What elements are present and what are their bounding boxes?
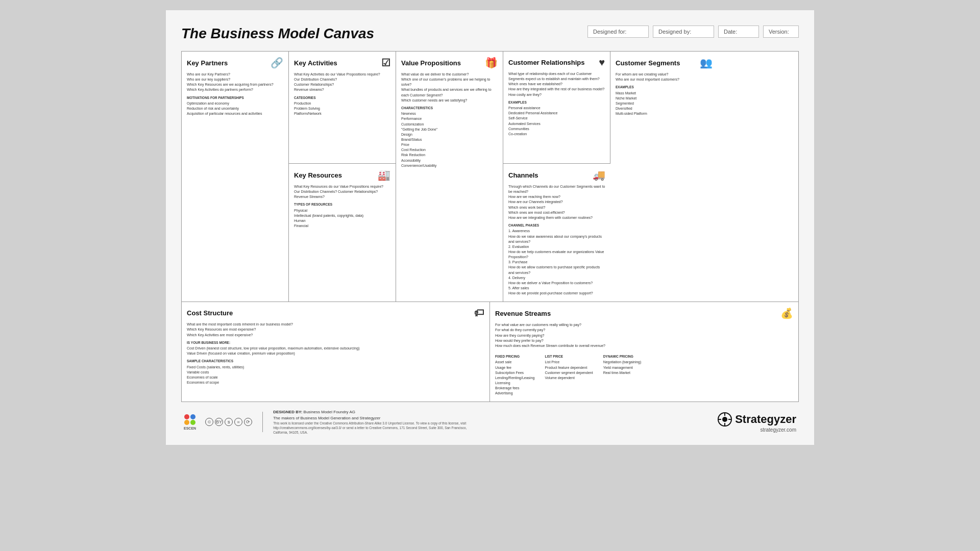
revenue-streams-icon: 💰 [780, 307, 793, 319]
value-propositions-content: What value do we deliver to the customer… [401, 72, 498, 168]
cost-structure-title: Cost Structure 🏷 [187, 307, 484, 319]
customer-relationships-title: Customer Relationships ♥ [508, 57, 605, 68]
page-wrapper: The Business Model Canvas Designed for: … [166, 10, 814, 445]
key-resources-cell: Key Resources 🏭 What Key Resources do ou… [289, 164, 396, 302]
designed-for-field[interactable]: Designed for: [587, 26, 649, 38]
footer-credit: DESIGNED BY: Business Model Foundry AG T… [273, 409, 477, 435]
cc-nd-icon: = [234, 418, 242, 426]
top-fields: Designed for: Designed by: Date: Version… [587, 26, 799, 38]
key-partners-cell: Key Partners 🔗 Who are our Key Partners?… [182, 52, 289, 302]
channels-title: Channels 🚚 [508, 169, 605, 181]
key-partners-icon: 🔗 [271, 57, 283, 69]
cc-by-icon: BY [215, 418, 223, 426]
revenue-streams-content: For what value are our customers really … [495, 322, 793, 397]
customer-relationships-content: What type of relationship does each of o… [508, 71, 605, 137]
customer-segments-icon: 👥 [700, 57, 713, 69]
value-propositions-title: Value Propositions 🎁 [401, 57, 498, 69]
footer: ESCEN © BY $ = ⟳ DESIGNED BY: Business M… [181, 409, 799, 435]
footer-left: ESCEN © BY $ = ⟳ DESIGNED BY: Business M… [184, 409, 477, 435]
top-bar: The Business Model Canvas Designed for: … [181, 26, 799, 42]
value-propositions-icon: 🎁 [485, 57, 498, 69]
key-activities-title: Key Activities ☑ [294, 57, 390, 69]
key-resources-title: Key Resources 🏭 [294, 169, 390, 181]
cc-nc-icon: $ [225, 418, 233, 426]
value-propositions-cell: Value Propositions 🎁 What value do we de… [396, 52, 503, 302]
key-resources-content: What Key Resources do our Value Proposit… [294, 184, 390, 229]
cc-icon: © [205, 418, 213, 426]
key-activities-icon: ☑ [381, 57, 390, 69]
key-activities-content: What Key Activities do our Value Proposi… [294, 72, 390, 116]
cc-sa-icon: ⟳ [244, 418, 252, 426]
page-title: The Business Model Canvas [181, 26, 587, 42]
channels-cell: Channels 🚚 Through which Channels do our… [503, 164, 610, 302]
version-field[interactable]: Version: [763, 26, 799, 38]
key-resources-icon: 🏭 [378, 169, 390, 181]
customer-segments-title: Customer Segments 👥 [616, 57, 713, 69]
customer-segments-cell: Customer Segments 👥 For whom are we crea… [610, 52, 718, 302]
key-partners-content: Who are our Key Partners? Who are our ke… [187, 72, 283, 116]
strategyzer-logo-icon [717, 412, 732, 427]
channels-content: Through which Channels do our Customer S… [508, 184, 605, 296]
cost-structure-icon: 🏷 [474, 307, 484, 319]
escen-logo: ESCEN [184, 414, 196, 430]
date-field[interactable]: Date: [718, 26, 759, 38]
cost-structure-content: What are the most important costs inhere… [187, 322, 484, 385]
cost-structure-cell: Cost Structure 🏷 What are the most impor… [182, 302, 490, 402]
channels-icon: 🚚 [593, 169, 605, 181]
revenue-streams-cell: Revenue Streams 💰 For what value are our… [490, 302, 798, 402]
footer-brand: Strategyzer strategyzer.com [717, 412, 796, 433]
footer-cc-icons: © BY $ = ⟳ [205, 418, 252, 426]
customer-relationships-cell: Customer Relationships ♥ What type of re… [503, 52, 610, 164]
customer-relationships-icon: ♥ [599, 57, 605, 68]
svg-point-1 [722, 417, 727, 422]
key-partners-title: Key Partners 🔗 [187, 57, 283, 69]
revenue-streams-title: Revenue Streams 💰 [495, 307, 793, 319]
customer-segments-content: For whom are we creating value? Who are … [616, 72, 713, 116]
designed-by-field[interactable]: Designed by: [653, 26, 714, 38]
business-model-canvas: Key Partners 🔗 Who are our Key Partners?… [181, 51, 799, 402]
key-activities-cell: Key Activities ☑ What Key Activities do … [289, 52, 396, 164]
footer-divider [262, 412, 263, 432]
canvas-lower: Cost Structure 🏷 What are the most impor… [182, 302, 798, 402]
canvas-upper: Key Partners 🔗 Who are our Key Partners?… [182, 52, 798, 302]
